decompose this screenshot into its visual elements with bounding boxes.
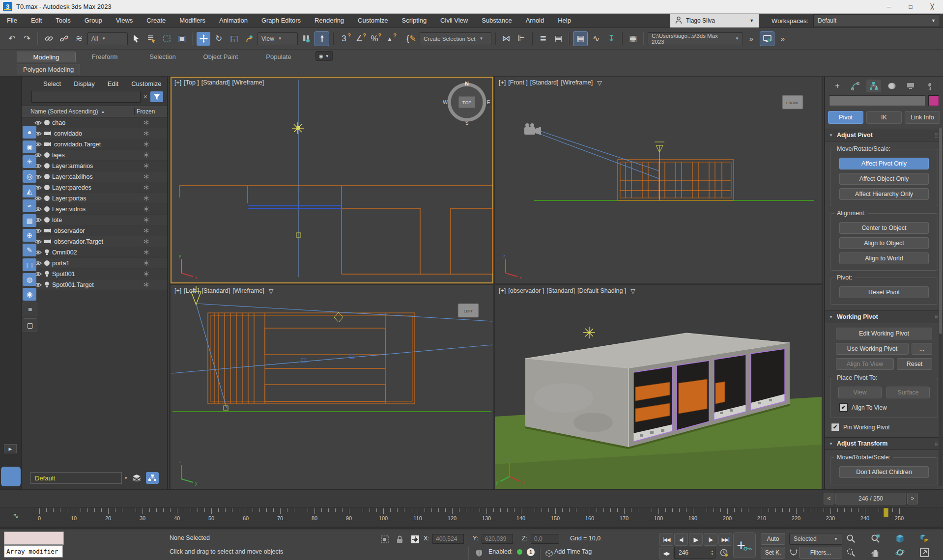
filter-cameras-icon[interactable]: ◭ xyxy=(23,185,36,197)
align-to-object-button[interactable]: Align to Object xyxy=(839,237,929,249)
maximize-viewport-toggle-icon[interactable] xyxy=(918,546,931,559)
window-crossing-icon[interactable]: ▣ xyxy=(175,32,189,46)
display-tab-icon[interactable] xyxy=(903,80,918,92)
frozen-toggle-icon[interactable] xyxy=(143,120,149,125)
x-coordinate-field[interactable]: 400,524 xyxy=(432,534,464,544)
affect-object-only-button[interactable]: Affect Object Only xyxy=(839,173,929,185)
ik-subtab[interactable]: IK xyxy=(866,111,902,124)
previous-frame-button[interactable]: ◀| xyxy=(674,533,688,546)
modify-tab-icon[interactable] xyxy=(848,80,863,92)
absolute-offset-toggle-icon[interactable] xyxy=(409,533,422,546)
menu-item-edit[interactable]: Edit xyxy=(24,14,49,28)
play-button[interactable]: ▶ xyxy=(689,533,703,546)
maximize-button[interactable]: □ xyxy=(900,0,921,13)
named-selection-set-dropdown[interactable]: Create Selection Set ▼ xyxy=(420,32,491,45)
ribbon-tab-modeling[interactable]: Modeling xyxy=(17,52,76,62)
zoom-all-icon[interactable] xyxy=(869,532,882,545)
select-and-place-icon[interactable] xyxy=(242,32,256,46)
frozen-toggle-icon[interactable] xyxy=(143,163,149,168)
menu-item-substance[interactable]: Substance xyxy=(475,14,518,28)
explorer-row-observador[interactable]: observador xyxy=(22,225,167,236)
minimize-button[interactable]: ─ xyxy=(878,0,900,13)
viewport-label-part[interactable]: [Standard] xyxy=(201,79,230,86)
frozen-toggle-icon[interactable] xyxy=(143,152,149,158)
ribbon-overflow-dropdown[interactable]: ◉ ▼ xyxy=(315,51,333,61)
frozen-toggle-icon[interactable] xyxy=(143,131,149,136)
viewport-filter-icon[interactable]: ▽ xyxy=(597,79,602,86)
explorer-row-spot001[interactable]: Spot001 xyxy=(22,269,167,279)
hierarchy-mode-icon[interactable] xyxy=(146,472,159,484)
explorer-row-chao[interactable]: chao xyxy=(22,117,167,128)
explorer-row-lajes[interactable]: lajes xyxy=(22,150,167,160)
viewport-label-part[interactable]: [Wireframe] xyxy=(561,79,593,86)
filter-xrefs-icon[interactable]: ✎ xyxy=(23,244,36,256)
search-clear-icon[interactable]: × xyxy=(143,93,147,101)
animation-shield-icon[interactable] xyxy=(473,547,486,560)
mirror-icon[interactable]: ⋈ xyxy=(499,32,513,46)
pivot-subtab[interactable]: Pivot xyxy=(828,111,863,124)
frozen-toggle-icon[interactable] xyxy=(143,228,149,233)
ribbon-tab-selection[interactable]: Selection xyxy=(134,52,192,62)
adjust-pivot-rollout-header[interactable]: ▼ Adjust Pivot ⣿⣿ xyxy=(825,129,943,141)
viewport-label-part[interactable]: [Front ] xyxy=(508,79,528,86)
pan-hand-icon[interactable] xyxy=(869,546,882,559)
time-tag-cube-icon[interactable] xyxy=(543,547,555,560)
filter-helpers-icon[interactable]: ≈ xyxy=(23,199,36,212)
filter-lights-icon[interactable]: ◎ xyxy=(23,170,36,183)
explorer-search-input[interactable] xyxy=(31,91,141,103)
explorer-filter-button[interactable] xyxy=(150,91,163,102)
undo-icon[interactable]: ↶ xyxy=(5,32,19,46)
ribbon-tab-freeform[interactable]: Freeform xyxy=(76,52,134,62)
pin-working-pivot-checkbox[interactable]: ✔ xyxy=(831,423,839,431)
auto-key-button[interactable]: Auto xyxy=(761,533,785,545)
viewport-label-part[interactable]: [observador ] xyxy=(508,287,544,295)
use-working-pivot-button[interactable]: Use Working Pivot xyxy=(836,343,909,355)
menu-item-scripting[interactable]: Scripting xyxy=(395,14,434,28)
menu-item-group[interactable]: Group xyxy=(78,14,109,28)
object-name[interactable]: convidado.Target xyxy=(54,141,101,148)
hierarchy-tab-icon[interactable] xyxy=(866,80,881,92)
current-frame-spinner[interactable]: 246 ▴▾ xyxy=(674,547,715,559)
menu-item-modifiers[interactable]: Modifiers xyxy=(172,14,212,28)
schematic-view-icon[interactable]: ↧ xyxy=(604,32,618,46)
object-name-field[interactable] xyxy=(829,95,925,106)
object-name[interactable]: observador xyxy=(54,227,85,234)
explorer-row-convidado-target[interactable]: convidado.Target xyxy=(22,139,167,149)
create-tab-icon[interactable]: + xyxy=(830,80,845,92)
preset-dropdown-icon[interactable]: ▾ xyxy=(125,476,127,480)
omni-light-gizmo[interactable] xyxy=(292,122,304,134)
compass-top-label[interactable]: TOP xyxy=(462,100,471,105)
explorer-menu-select[interactable]: Select xyxy=(43,80,61,87)
target-marker[interactable] xyxy=(224,406,228,410)
select-and-move-icon[interactable] xyxy=(197,32,210,46)
object-name[interactable]: Spot001.Target xyxy=(52,281,94,288)
project-folder-dropdown[interactable]: C:\Users\tiago...s\3ds Max 2023 ▼ xyxy=(648,32,743,45)
viewport-label-part[interactable]: [Default Shading ] xyxy=(577,287,626,295)
menu-item-views[interactable]: Views xyxy=(109,14,140,28)
percent-snap-toggle-icon[interactable]: %? xyxy=(368,32,381,46)
explorer-row-layer-paredes[interactable]: Layer:paredes xyxy=(22,182,167,193)
working-pivot-more-button[interactable]: ... xyxy=(912,343,932,355)
detail-view-icon[interactable]: ▢ xyxy=(23,318,37,332)
filter-visibility-icon[interactable]: ◉ xyxy=(23,288,36,301)
use-pivot-point-center-icon[interactable] xyxy=(299,32,313,46)
filter-spacewarps-icon[interactable]: ▦ xyxy=(23,214,36,227)
curve-editor-icon[interactable]: ∿ xyxy=(589,32,603,46)
object-name[interactable]: Layer:caixilhos xyxy=(52,173,93,180)
motion-tab-icon[interactable] xyxy=(885,80,900,92)
viewcube-compass[interactable]: TOP N E S W xyxy=(443,81,490,126)
frame-indicator[interactable]: 246 / 250 xyxy=(835,493,906,504)
object-color-swatch[interactable] xyxy=(928,95,939,106)
filter-all-icon[interactable]: ● xyxy=(23,126,36,139)
select-and-scale-icon[interactable]: ◱ xyxy=(227,32,241,46)
compass-east[interactable]: E xyxy=(487,100,490,105)
spinner-down-icon[interactable]: ▾ xyxy=(711,553,713,556)
link-info-subtab[interactable]: Link Info xyxy=(905,111,940,124)
filter-shapes-icon[interactable]: ☀ xyxy=(23,155,36,168)
object-name[interactable]: convidado xyxy=(54,130,82,137)
left-chip-label[interactable]: LEFT xyxy=(464,309,473,313)
viewport-label-part[interactable]: [Left ] xyxy=(184,287,199,295)
explorer-menu-display[interactable]: Display xyxy=(74,80,95,87)
unlink-selection-icon[interactable] xyxy=(57,32,71,46)
align-to-view-checkbox[interactable]: ✔ xyxy=(839,403,848,412)
